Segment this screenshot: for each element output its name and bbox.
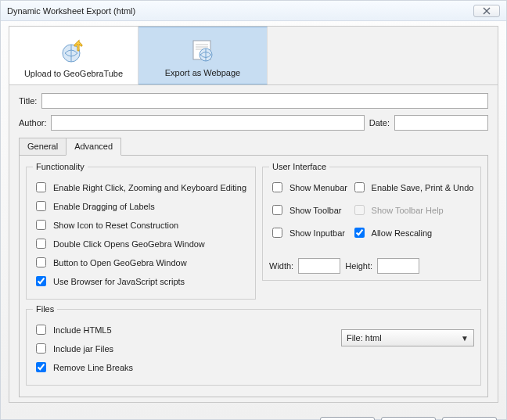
- chk-browser-js[interactable]: [36, 276, 46, 286]
- width-input[interactable]: [298, 258, 340, 274]
- group-functionality: Functionality Enable Right Click, Zoomin…: [26, 162, 256, 300]
- lbl-html5: Include HTML5: [53, 325, 112, 335]
- tab-advanced[interactable]: Advanced: [66, 138, 121, 156]
- tab-general[interactable]: General: [19, 138, 67, 156]
- export-button[interactable]: Export: [381, 417, 436, 420]
- upload-tube-icon: [60, 39, 87, 64]
- lbl-open-btn: Button to Open GeoGebra Window: [53, 258, 187, 267]
- date-input[interactable]: [394, 115, 488, 131]
- chk-toolbar[interactable]: [272, 205, 282, 215]
- lbl-save-print: Enable Save, Print & Undo: [372, 183, 474, 192]
- mode-tabs: Upload to GeoGebraTube Export as Webpage: [9, 26, 498, 84]
- export-webpage-icon: [189, 38, 216, 63]
- mode-tab-webpage-label: Export as Webpage: [165, 68, 240, 77]
- date-label: Date:: [369, 118, 390, 127]
- author-label: Author:: [19, 118, 46, 127]
- group-files: Files Include HTML5 Include jar Files Re…: [26, 304, 481, 386]
- chk-inputbar[interactable]: [272, 228, 282, 238]
- chk-rescaling[interactable]: [354, 228, 365, 238]
- chk-jar[interactable]: [36, 343, 46, 354]
- group-functionality-legend: Functionality: [33, 162, 88, 171]
- lbl-drag-labels: Enable Dragging of Labels: [53, 202, 155, 211]
- lbl-reset-icon: Show Icon to Reset Construction: [53, 221, 178, 230]
- mode-tab-upload-tube[interactable]: Upload to GeoGebraTube: [9, 27, 138, 84]
- lbl-linebreaks: Remove Line Breaks: [53, 363, 133, 372]
- height-input[interactable]: [377, 258, 419, 274]
- chk-reset-icon[interactable]: [36, 220, 46, 230]
- chk-menubar[interactable]: [272, 182, 282, 192]
- lbl-rescaling: Allow Rescaling: [372, 228, 433, 238]
- chevron-down-icon: ▼: [461, 334, 469, 343]
- lbl-right-click: Enable Right Click, Zooming and Keyboard…: [53, 183, 246, 192]
- title-input[interactable]: [41, 93, 488, 109]
- file-type-value: File: html: [347, 333, 382, 343]
- titlebar: Dynamic Worksheet Export (html): [1, 1, 506, 21]
- lbl-menubar: Show Menubar: [289, 183, 347, 192]
- author-input[interactable]: [51, 115, 364, 131]
- width-label: Width:: [269, 261, 293, 271]
- chk-toolbar-help: [354, 205, 365, 215]
- close-icon: [482, 7, 491, 15]
- lbl-dblclick: Double Click Opens GeoGebra Window: [53, 239, 205, 249]
- window-title: Dynamic Worksheet Export (html): [7, 6, 135, 16]
- chk-save-print[interactable]: [354, 182, 365, 192]
- close-button[interactable]: [473, 5, 500, 17]
- chk-open-btn[interactable]: [36, 257, 46, 267]
- cancel-button[interactable]: Cancel: [442, 417, 497, 420]
- group-ui-legend: User Interface: [269, 162, 329, 171]
- dialog-footer: ? Help Export Cancel: [1, 409, 506, 420]
- mode-tab-upload-label: Upload to GeoGebraTube: [24, 69, 123, 78]
- form-panel: Title: Author: Date: General Advanced Fu…: [9, 84, 498, 403]
- lbl-toolbar: Show Toolbar: [289, 206, 341, 215]
- subtabs: General Advanced: [19, 138, 488, 156]
- lbl-inputbar: Show Inputbar: [289, 228, 345, 238]
- group-files-legend: Files: [33, 304, 57, 314]
- chk-linebreaks[interactable]: [36, 362, 46, 372]
- tab-body-advanced: Functionality Enable Right Click, Zoomin…: [19, 155, 488, 397]
- group-user-interface: User Interface Show Menubar Enable Save,…: [262, 162, 481, 281]
- chk-dblclick[interactable]: [36, 239, 46, 249]
- title-label: Title:: [19, 96, 37, 106]
- help-button[interactable]: ? Help: [320, 417, 375, 420]
- lbl-toolbar-help: Show Toolbar Help: [372, 206, 444, 215]
- file-type-select[interactable]: File: html ▼: [341, 329, 474, 346]
- mode-tab-export-webpage[interactable]: Export as Webpage: [138, 27, 268, 84]
- dialog-window: Dynamic Worksheet Export (html) Upload t…: [0, 0, 507, 420]
- chk-right-click[interactable]: [36, 182, 46, 192]
- chk-html5[interactable]: [36, 325, 46, 335]
- lbl-jar: Include jar Files: [53, 344, 113, 354]
- chk-drag-labels[interactable]: [36, 201, 46, 211]
- height-label: Height:: [345, 261, 372, 271]
- lbl-browser-js: Use Browser for JavaScript scripts: [53, 277, 185, 286]
